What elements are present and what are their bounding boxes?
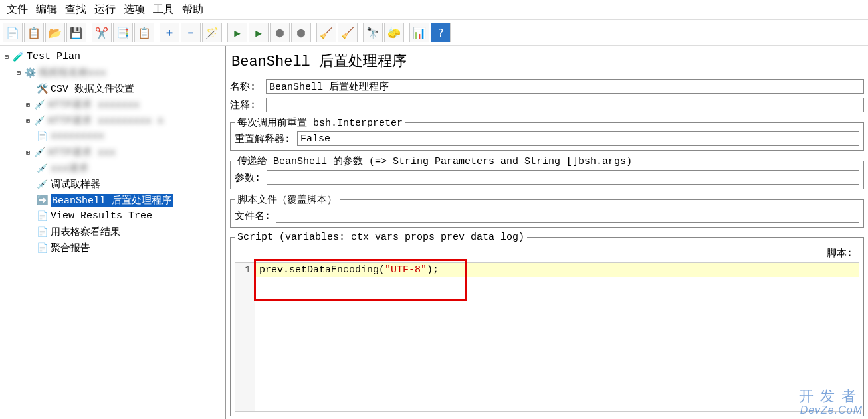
watermark-line2: DevZe.CoM xyxy=(799,404,863,416)
menu-edit[interactable]: 编辑 xyxy=(33,1,60,18)
code-container: 1 prev.setDataEncoding("UTF-8"); xyxy=(235,262,859,412)
reset-fieldset: 每次调用前重置 bsh.Interpreter 重置解释器: xyxy=(230,116,864,151)
menu-file[interactable]: 文件 xyxy=(4,1,31,18)
wand-icon[interactable]: 🪄 xyxy=(202,23,222,42)
help-icon[interactable]: ? xyxy=(431,23,451,42)
tree-http2[interactable]: ⊞ 💉 HTTP请求 xxxxxxxxx n xyxy=(1,112,224,128)
tree-debug[interactable]: 💉 调试取样器 xyxy=(1,176,224,192)
name-row: 名称: xyxy=(230,79,864,94)
tree-http1[interactable]: ⊞ 💉 HTTP请求 xxxxxxx xyxy=(1,96,224,112)
tree-csv[interactable]: 🛠️ CSV 数据文件设置 xyxy=(1,80,224,96)
tree-blurred-label: 线程组名称xxx xyxy=(39,66,106,79)
tree-toggle-icon[interactable]: ⊞ xyxy=(24,117,32,124)
tree-threadgroup[interactable]: ⊟ ⚙️ 线程组名称xxx xyxy=(1,64,224,80)
template-icon[interactable]: 📋 xyxy=(24,23,44,42)
menu-search[interactable]: 查找 xyxy=(62,1,89,18)
menu-run[interactable]: 运行 xyxy=(92,1,118,18)
minus-icon[interactable]: － xyxy=(181,23,201,42)
reset-label: 重置解释器: xyxy=(235,133,294,145)
tree-blurred-label: HTTP请求 xxxxxxx xyxy=(48,98,140,111)
paste-icon[interactable]: 📋 xyxy=(134,23,154,42)
arrow-right-icon: ➡️ xyxy=(36,195,48,205)
script-fieldset: Script (variables: ctx vars props prev d… xyxy=(230,232,864,416)
params-legend: 传递给 BeanShell 的参数 (=> String Parameters … xyxy=(235,155,635,167)
tree-beanshell[interactable]: ➡️ BeanShell 后置处理程序 xyxy=(1,192,224,208)
tree-viewresults[interactable]: 📄 View Results Tree xyxy=(1,208,224,224)
script-header: 脚本: xyxy=(235,246,859,262)
tree-sub2[interactable]: 💉 xxx请求 xyxy=(1,160,224,176)
gear-icon: ⚙️ xyxy=(24,67,36,78)
code-area[interactable]: prev.setDataEncoding("UTF-8"); xyxy=(255,263,859,411)
name-input[interactable] xyxy=(266,79,864,94)
tree-panel[interactable]: ⊟ 🧪 Test Plan ⊟ ⚙️ 线程组名称xxx 🛠️ CSV 数据文件设… xyxy=(0,46,226,419)
run-remote-icon[interactable]: ▶ xyxy=(249,23,269,42)
plus-icon[interactable]: ＋ xyxy=(160,23,179,42)
reset-legend: 每次调用前重置 bsh.Interpreter xyxy=(235,116,405,129)
tree-root[interactable]: ⊟ 🧪 Test Plan xyxy=(1,48,224,64)
menu-tools[interactable]: 工具 xyxy=(150,1,177,18)
dropper-icon: 💉 xyxy=(33,99,45,110)
clear-all-icon[interactable]: 🧹 xyxy=(338,23,358,42)
reset-input[interactable] xyxy=(297,131,859,146)
menu-help[interactable]: 帮助 xyxy=(179,1,206,18)
tree-beanshell-label: BeanShell 后置处理程序 xyxy=(51,194,173,207)
dropper-icon: 💉 xyxy=(36,179,48,189)
paper-icon: 📄 xyxy=(36,131,48,141)
params-fieldset: 传递给 BeanShell 的参数 (=> String Parameters … xyxy=(230,155,864,189)
page-icon: 📄 xyxy=(36,242,48,253)
tree-table-label: 用表格察看结果 xyxy=(51,226,120,238)
reset-search-icon[interactable]: 🧽 xyxy=(384,23,404,42)
tree-aggregate-label: 聚合报告 xyxy=(51,242,90,254)
script-legend: Script (variables: ctx vars props prev d… xyxy=(235,232,527,243)
tree-csv-label: CSV 数据文件设置 xyxy=(51,82,134,95)
menu-options[interactable]: 选项 xyxy=(121,1,148,18)
testplan-icon: 🧪 xyxy=(12,51,24,62)
main-area: ⊟ 🧪 Test Plan ⊟ ⚙️ 线程组名称xxx 🛠️ CSV 数据文件设… xyxy=(0,46,868,419)
tree-toggle-icon[interactable]: ⊟ xyxy=(3,53,11,60)
save-icon[interactable]: 💾 xyxy=(66,23,86,42)
params-input[interactable] xyxy=(267,170,859,185)
clear-icon[interactable]: 🧹 xyxy=(316,23,336,42)
menu-bar: 文件 编辑 查找 运行 选项 工具 帮助 xyxy=(0,0,868,19)
dropper-icon: 💉 xyxy=(36,163,48,173)
tree-toggle-icon[interactable]: ⊞ xyxy=(24,149,32,156)
tree-blurred-label: xxx请求 xyxy=(51,162,88,175)
file-label: 文件名: xyxy=(235,210,273,222)
page-icon: 📄 xyxy=(36,226,48,237)
tree-http3[interactable]: ⊞ 💉 HTTP请求 xxx xyxy=(1,144,224,160)
stop-icon[interactable]: ⬢ xyxy=(270,23,290,42)
file-input[interactable] xyxy=(276,209,859,223)
run-icon[interactable]: ▶ xyxy=(227,23,247,42)
toolbar: 📄 📋 📂 💾 ✂️ 📑 📋 ＋ － 🪄 ▶ ▶ ⬢ ⬢ 🧹 🧹 🔭 🧽 📊 ? xyxy=(0,19,868,46)
shutdown-icon[interactable]: ⬢ xyxy=(291,23,311,42)
new-icon[interactable]: 📄 xyxy=(3,23,23,42)
comment-label: 注释: xyxy=(230,99,263,112)
name-label: 名称: xyxy=(230,80,263,93)
tree-toggle-icon[interactable]: ⊞ xyxy=(24,101,32,108)
tree-sub1[interactable]: 📄 xxxxxxxxx xyxy=(1,128,224,144)
wrench-icon: 🛠️ xyxy=(36,83,48,94)
copy-icon[interactable]: 📑 xyxy=(113,23,133,42)
code-line-1[interactable]: prev.setDataEncoding("UTF-8"); xyxy=(255,263,859,277)
tree-debug-label: 调试取样器 xyxy=(51,178,100,191)
editor-panel: BeanShell 后置处理程序 名称: 注释: 每次调用前重置 bsh.Int… xyxy=(226,46,868,419)
tree-view-label: View Results Tree xyxy=(51,210,152,222)
dropper-icon: 💉 xyxy=(33,147,45,157)
tree-blurred-label: xxxxxxxxx xyxy=(51,131,104,142)
open-icon[interactable]: 📂 xyxy=(45,23,65,42)
comment-input[interactable] xyxy=(266,98,864,112)
file-legend: 脚本文件（覆盖脚本） xyxy=(235,193,340,206)
tree-blurred-label: HTTP请求 xxxxxxxxx n xyxy=(48,114,163,127)
search-icon[interactable]: 🔭 xyxy=(363,23,383,42)
watermark-line1: 开发者 xyxy=(799,388,863,404)
function-helper-icon[interactable]: 📊 xyxy=(409,23,429,42)
tree-tableview[interactable]: 📄 用表格察看结果 xyxy=(1,224,224,240)
dropper-icon: 💉 xyxy=(33,115,45,126)
panel-title: BeanShell 后置处理程序 xyxy=(230,48,864,75)
tree-aggregate[interactable]: 📄 聚合报告 xyxy=(1,240,224,256)
page-icon: 📄 xyxy=(36,210,48,221)
tree-blurred-label: HTTP请求 xxx xyxy=(48,146,116,159)
comment-row: 注释: xyxy=(230,98,864,112)
cut-icon[interactable]: ✂️ xyxy=(92,23,112,42)
tree-toggle-icon[interactable]: ⊟ xyxy=(15,69,23,76)
